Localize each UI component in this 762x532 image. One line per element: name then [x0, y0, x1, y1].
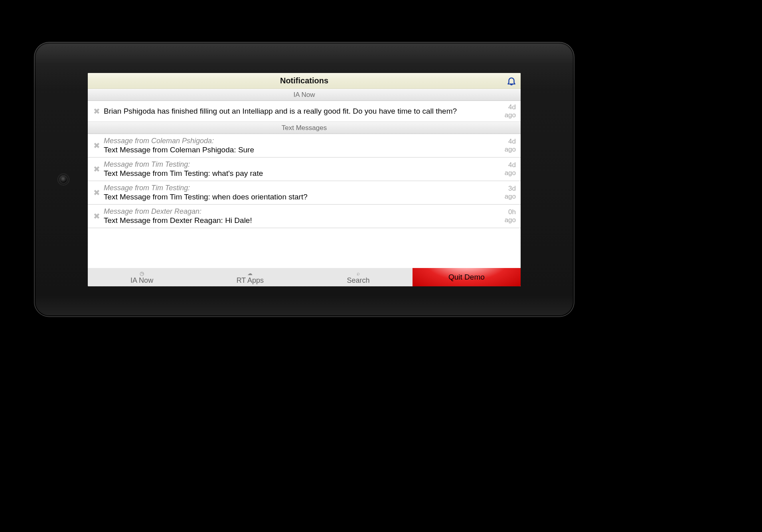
section-texts: Text Messages — [88, 122, 521, 134]
tablet-frame: Notifications IA Now ✖ Brian Pshigoda ha… — [34, 42, 574, 317]
header-bar: Notifications — [88, 73, 521, 89]
time-top: 3d — [505, 185, 516, 193]
close-icon[interactable]: ✖ — [91, 188, 102, 197]
item-message: Brian Pshigoda has finished filling out … — [104, 106, 500, 116]
item-subhead: Message from Tim Testing: — [104, 160, 500, 169]
item-time: 0h ago — [500, 208, 516, 224]
clock-icon: ◷ — [140, 271, 144, 276]
quit-demo-button[interactable]: Quit Demo — [413, 268, 521, 286]
list-item[interactable]: ✖ Message from Tim Testing: Text Message… — [88, 181, 521, 205]
item-subhead: Message from Tim Testing: — [104, 183, 500, 192]
tab-label: Search — [347, 276, 370, 285]
app-screen: Notifications IA Now ✖ Brian Pshigoda ha… — [88, 73, 521, 286]
tab-label: Quit Demo — [448, 273, 485, 282]
ianow-list: ✖ Brian Pshigoda has finished filling ou… — [88, 101, 521, 122]
bell-icon[interactable] — [506, 76, 517, 86]
list-item[interactable]: ✖ Message from Dexter Reagan: Text Messa… — [88, 205, 521, 228]
list-item[interactable]: ✖ Message from Tim Testing: Text Message… — [88, 158, 521, 181]
list-item[interactable]: ✖ Brian Pshigoda has finished filling ou… — [88, 101, 521, 122]
tab-ianow[interactable]: ◷ IA Now — [88, 268, 196, 286]
close-icon[interactable]: ✖ — [91, 164, 102, 174]
tab-label: IA Now — [130, 276, 153, 285]
item-time: 3d ago — [500, 185, 516, 201]
item-message: Text Message from Tim Testing: what's pa… — [104, 169, 500, 178]
item-body: Message from Tim Testing: Text Message f… — [102, 183, 500, 202]
stage: Notifications IA Now ✖ Brian Pshigoda ha… — [0, 0, 762, 532]
item-body: Message from Dexter Reagan: Text Message… — [102, 207, 500, 225]
close-icon[interactable]: ✖ — [91, 141, 102, 150]
time-top: 4d — [505, 138, 516, 146]
item-time: 4d ago — [500, 103, 516, 119]
section-ianow-label: IA Now — [294, 91, 315, 99]
item-subhead: Message from Dexter Reagan: — [104, 207, 500, 216]
time-top: 0h — [505, 208, 516, 216]
item-message: Text Message from Dexter Reagan: Hi Dale… — [104, 216, 500, 225]
tab-search[interactable]: ⌕ Search — [304, 268, 413, 286]
item-time: 4d ago — [500, 138, 516, 154]
section-ianow: IA Now — [88, 89, 521, 101]
item-body: Message from Coleman Pshigoda: Text Mess… — [102, 136, 500, 155]
time-top: 4d — [505, 103, 516, 111]
item-time: 4d ago — [500, 161, 516, 177]
section-texts-label: Text Messages — [282, 124, 327, 132]
time-top: 4d — [505, 161, 516, 169]
time-bottom: ago — [505, 216, 516, 224]
search-icon: ⌕ — [357, 271, 360, 276]
time-bottom: ago — [505, 169, 516, 177]
tab-bar: ◷ IA Now ☁ RT Apps ⌕ Search Quit Demo — [88, 268, 521, 286]
time-bottom: ago — [505, 111, 516, 119]
texts-list: ✖ Message from Coleman Pshigoda: Text Me… — [88, 134, 521, 228]
close-icon[interactable]: ✖ — [91, 106, 102, 116]
page-title: Notifications — [280, 76, 328, 85]
list-item[interactable]: ✖ Message from Coleman Pshigoda: Text Me… — [88, 134, 521, 158]
item-message: Text Message from Coleman Pshigoda: Sure — [104, 145, 500, 155]
time-bottom: ago — [505, 193, 516, 201]
item-subhead: Message from Coleman Pshigoda: — [104, 136, 500, 145]
tab-rtapps[interactable]: ☁ RT Apps — [196, 268, 304, 286]
time-bottom: ago — [505, 146, 516, 154]
close-icon[interactable]: ✖ — [91, 211, 102, 221]
cloud-icon: ☁ — [247, 271, 253, 276]
item-message: Text Message from Tim Testing: when does… — [104, 192, 500, 202]
item-body: Brian Pshigoda has finished filling out … — [102, 106, 500, 116]
item-body: Message from Tim Testing: Text Message f… — [102, 160, 500, 178]
tab-label: RT Apps — [237, 276, 264, 285]
camera-icon — [59, 175, 67, 183]
